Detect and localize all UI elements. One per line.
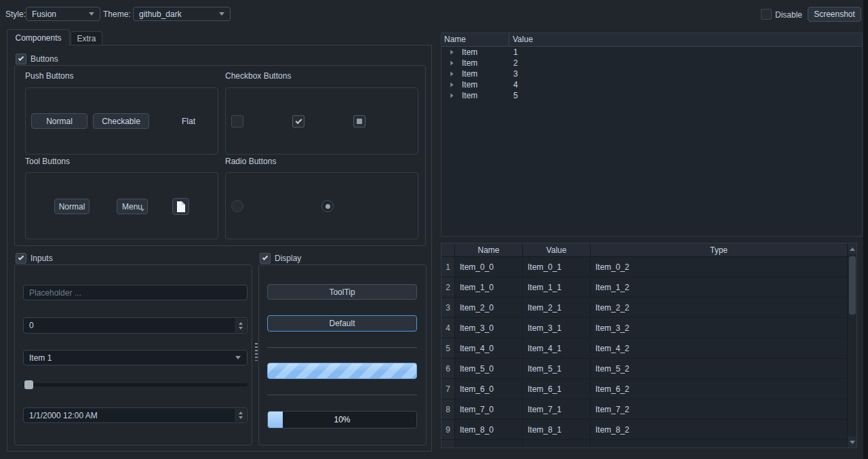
table-header[interactable]: Name Value Type xyxy=(441,243,848,257)
cell-type[interactable]: Item_5_2 xyxy=(591,359,848,379)
table-row[interactable]: 1Item_0_0Item_0_1Item_0_2 xyxy=(441,257,848,277)
style-combobox[interactable]: Fusion xyxy=(26,7,100,21)
spinbox[interactable]: 0 xyxy=(23,317,248,334)
cell-value[interactable]: Item_2_1 xyxy=(523,298,591,318)
cell-name[interactable]: Item_0_0 xyxy=(455,257,523,277)
slider-handle[interactable] xyxy=(24,380,33,389)
default-button[interactable]: Default xyxy=(267,315,417,332)
cell-name[interactable]: Item_6_0 xyxy=(455,379,523,399)
cell-value[interactable]: Item_8_1 xyxy=(523,420,591,440)
row-header[interactable]: 3 xyxy=(441,298,455,318)
datetime-spin-buttons[interactable] xyxy=(235,409,246,422)
tool-button-menu[interactable]: Menu xyxy=(117,199,148,214)
expand-icon[interactable] xyxy=(450,49,454,54)
table-row[interactable] xyxy=(441,440,848,448)
row-header[interactable]: 9 xyxy=(441,420,455,440)
tree-row[interactable]: Item4 xyxy=(441,79,862,90)
cell-type[interactable] xyxy=(591,440,848,448)
expand-icon[interactable] xyxy=(450,71,454,76)
push-button-checkable[interactable]: Checkable xyxy=(93,113,149,129)
cell-value[interactable]: Item_5_1 xyxy=(523,359,591,379)
inputs-group-checkbox[interactable] xyxy=(16,253,26,264)
cell-type[interactable]: Item_2_2 xyxy=(591,298,848,318)
cell-name[interactable]: Item_4_0 xyxy=(455,338,523,359)
tree-header-value[interactable]: Value xyxy=(509,33,862,46)
cell-type[interactable]: Item_4_2 xyxy=(591,338,848,359)
spin-up-icon[interactable] xyxy=(239,322,243,325)
cell-value[interactable]: Item_4_1 xyxy=(523,338,591,359)
tree-row[interactable]: Item5 xyxy=(441,90,862,101)
expand-icon[interactable] xyxy=(450,60,454,65)
table-row[interactable]: 6Item_5_0Item_5_1Item_5_2 xyxy=(441,359,848,379)
buttons-group-checkbox[interactable] xyxy=(16,54,26,64)
table-row[interactable]: 9Item_8_0Item_8_1Item_8_2 xyxy=(441,420,848,440)
table-row[interactable]: 2Item_1_0Item_1_1Item_1_2 xyxy=(441,277,848,298)
table-row[interactable]: 7Item_6_0Item_6_1Item_6_2 xyxy=(441,379,848,399)
tool-button-normal[interactable]: Normal xyxy=(54,199,90,214)
table-header-value[interactable]: Value xyxy=(523,243,591,256)
cell-value[interactable] xyxy=(523,440,591,448)
row-header[interactable] xyxy=(441,440,455,448)
tooltip-button[interactable]: ToolTip xyxy=(267,284,417,300)
slider-track[interactable] xyxy=(23,383,248,386)
cell-name[interactable]: Item_7_0 xyxy=(455,399,523,420)
spin-down-icon[interactable] xyxy=(239,327,243,330)
scroll-up-button[interactable] xyxy=(848,243,857,254)
cell-type[interactable]: Item_0_2 xyxy=(591,257,848,277)
spin-up-icon[interactable] xyxy=(239,412,243,414)
items-combobox[interactable]: Item 1 xyxy=(23,350,248,365)
tree-row[interactable]: Item3 xyxy=(441,68,862,79)
row-header[interactable]: 4 xyxy=(441,318,455,338)
row-header[interactable]: 7 xyxy=(441,379,455,399)
row-header[interactable]: 1 xyxy=(441,257,455,277)
table-row[interactable]: 8Item_7_0Item_7_1Item_7_2 xyxy=(441,399,848,420)
cell-name[interactable] xyxy=(455,440,523,448)
cell-value[interactable]: Item_1_1 xyxy=(523,277,591,298)
table-corner[interactable] xyxy=(441,243,455,256)
checkbox-unchecked[interactable] xyxy=(231,115,243,127)
datetime-edit[interactable]: 1/1/2000 12:00 AM xyxy=(23,407,248,423)
cell-name[interactable]: Item_5_0 xyxy=(455,359,523,379)
disable-checkbox[interactable] xyxy=(761,9,772,20)
placeholder-input[interactable] xyxy=(29,288,241,298)
cell-name[interactable]: Item_1_0 xyxy=(455,277,523,298)
radio-unchecked[interactable] xyxy=(231,200,243,212)
row-header[interactable]: 8 xyxy=(441,399,455,420)
cell-name[interactable]: Item_8_0 xyxy=(455,420,523,440)
cell-name[interactable]: Item_3_0 xyxy=(455,318,523,338)
theme-combobox[interactable]: github_dark xyxy=(133,7,231,21)
cell-value[interactable]: Item_0_1 xyxy=(523,257,591,277)
expand-icon[interactable] xyxy=(450,93,454,98)
slider[interactable] xyxy=(23,379,248,391)
cell-name[interactable]: Item_2_0 xyxy=(455,298,523,318)
checkbox-checked[interactable] xyxy=(292,115,304,127)
push-button-flat[interactable]: Flat xyxy=(165,113,212,129)
checkbox-partial[interactable] xyxy=(353,115,366,127)
radio-checked[interactable] xyxy=(321,200,334,212)
cell-type[interactable]: Item_8_2 xyxy=(591,420,848,440)
scrollbar-thumb[interactable] xyxy=(849,256,856,315)
table-row[interactable]: 3Item_2_0Item_2_1Item_2_2 xyxy=(441,298,848,318)
cell-type[interactable]: Item_3_2 xyxy=(591,318,848,338)
cell-value[interactable]: Item_6_1 xyxy=(523,379,591,399)
tab-components[interactable]: Components xyxy=(7,29,70,45)
table-row[interactable]: 4Item_3_0Item_3_1Item_3_2 xyxy=(441,318,848,338)
table-row[interactable]: 5Item_4_0Item_4_1Item_4_2 xyxy=(441,338,848,359)
tree-header[interactable]: Name Value xyxy=(441,33,862,47)
row-header[interactable]: 5 xyxy=(441,338,455,359)
cell-type[interactable]: Item_7_2 xyxy=(591,399,848,420)
tab-extra[interactable]: Extra xyxy=(71,31,102,45)
tree-header-name[interactable]: Name xyxy=(441,33,509,46)
tree-row[interactable]: Item2 xyxy=(441,58,862,68)
tool-button-icon[interactable] xyxy=(172,198,189,215)
cell-type[interactable]: Item_6_2 xyxy=(591,379,848,399)
splitter-handle[interactable] xyxy=(255,343,258,361)
table-scrollbar[interactable] xyxy=(847,243,856,447)
cell-type[interactable]: Item_1_2 xyxy=(591,277,848,298)
cell-value[interactable]: Item_7_1 xyxy=(523,399,591,420)
spinbox-buttons[interactable] xyxy=(235,319,246,332)
row-header[interactable]: 6 xyxy=(441,359,455,379)
row-header[interactable]: 2 xyxy=(441,277,455,298)
cell-value[interactable]: Item_3_1 xyxy=(523,318,591,338)
expand-icon[interactable] xyxy=(450,82,454,87)
